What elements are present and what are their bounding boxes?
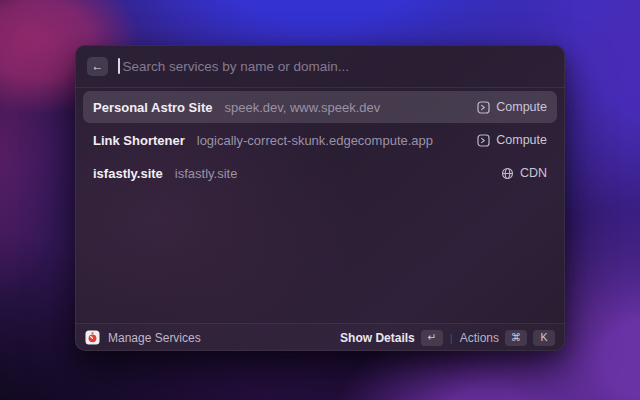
terminal-icon — [477, 134, 490, 147]
actions-label: Actions — [460, 331, 499, 345]
footer-command-label: Manage Services — [108, 331, 201, 345]
footer-actions: Show Details ↵ | Actions ⌘ K — [340, 330, 555, 346]
list-empty-area — [75, 190, 565, 323]
service-type: Compute — [477, 100, 547, 114]
k-key-icon: K — [533, 330, 555, 346]
service-title: Personal Astro Site — [93, 100, 212, 115]
service-type-label: CDN — [520, 166, 547, 180]
globe-icon — [501, 167, 514, 180]
service-type: CDN — [501, 166, 547, 180]
actions-button[interactable]: Actions ⌘ K — [460, 330, 555, 346]
fastly-app-icon — [85, 330, 100, 345]
back-button[interactable]: ← — [87, 57, 108, 76]
footer-bar: Manage Services Show Details ↵ | Actions… — [75, 323, 565, 351]
show-details-label: Show Details — [340, 331, 415, 345]
desktop-wallpaper: ← Personal Astro Site speek.dev, www.spe… — [0, 0, 640, 400]
service-domains: logically-correct-skunk.edgecompute.app — [197, 133, 433, 148]
search-input[interactable] — [123, 59, 554, 74]
service-type: Compute — [477, 133, 547, 147]
service-row-link-shortener[interactable]: Link Shortener logically-correct-skunk.e… — [83, 124, 557, 156]
service-row-isfastly-site[interactable]: isfastly.site isfastly.site CDN — [83, 157, 557, 189]
search-bar: ← — [75, 45, 565, 88]
return-key-icon: ↵ — [421, 330, 443, 346]
back-arrow-icon: ← — [92, 60, 104, 72]
launcher-window: ← Personal Astro Site speek.dev, www.spe… — [75, 45, 565, 351]
service-type-label: Compute — [496, 133, 547, 147]
command-key-icon: ⌘ — [505, 330, 527, 346]
service-type-label: Compute — [496, 100, 547, 114]
text-caret — [118, 58, 120, 74]
footer-command: Manage Services — [85, 330, 201, 345]
service-title: isfastly.site — [93, 166, 163, 181]
footer-divider: | — [450, 332, 453, 344]
terminal-icon — [477, 101, 490, 114]
show-details-button[interactable]: Show Details ↵ — [340, 330, 443, 346]
service-title: Link Shortener — [93, 133, 185, 148]
service-domains: speek.dev, www.speek.dev — [224, 100, 380, 115]
service-row-personal-astro-site[interactable]: Personal Astro Site speek.dev, www.speek… — [83, 91, 557, 123]
service-domains: isfastly.site — [175, 166, 238, 181]
service-list: Personal Astro Site speek.dev, www.speek… — [75, 88, 565, 190]
